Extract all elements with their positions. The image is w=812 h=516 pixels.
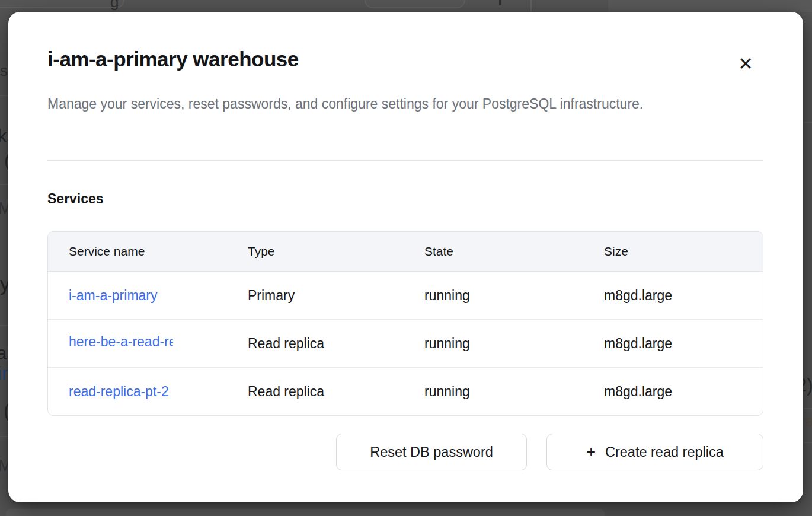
service-type-cell: Read replica <box>248 384 424 400</box>
services-section-heading: Services <box>47 191 104 207</box>
dialog-actions: Reset DB password + Create read replica <box>336 434 763 470</box>
service-type-cell: Read replica <box>248 336 424 352</box>
service-name-link[interactable]: i-am-a-primary <box>69 288 158 303</box>
column-header-state: State <box>424 244 604 259</box>
services-table: Service name Type State Size i-am-a-prim… <box>47 231 763 416</box>
service-size-cell: m8gd.large <box>604 336 763 352</box>
background-divider <box>0 436 8 437</box>
table-row: i-am-a-primary Primary running m8gd.larg… <box>48 272 763 319</box>
background-divider <box>0 95 8 96</box>
column-header-service-name: Service name <box>48 244 248 259</box>
table-header-row: Service name Type State Size <box>48 232 763 272</box>
close-button[interactable]: ✕ <box>731 49 760 78</box>
plus-icon: + <box>586 444 596 460</box>
background-card-edge <box>6 509 605 516</box>
background-tick <box>499 0 501 5</box>
dialog-description: Manage your services, reset passwords, a… <box>47 91 720 116</box>
column-header-type: Type <box>248 244 424 259</box>
service-state-cell: running <box>424 384 604 400</box>
reset-db-password-button[interactable]: Reset DB password <box>336 434 527 470</box>
create-read-replica-label: Create read replica <box>605 444 724 460</box>
table-row: here-be-a-read-re Read replica running m… <box>48 319 763 367</box>
background-divider <box>804 408 812 409</box>
background-obscured-control <box>0 0 124 8</box>
create-read-replica-button[interactable]: + Create read replica <box>546 434 763 470</box>
service-name-link[interactable]: here-be-a-read-re <box>69 334 173 350</box>
service-state-cell: running <box>424 336 604 352</box>
service-name-link[interactable]: read-replica-pt-2 <box>69 384 169 399</box>
close-icon: ✕ <box>738 53 753 74</box>
services-dialog: i-am-a-primary warehouse ✕ Manage your s… <box>8 12 803 502</box>
background-divider <box>804 122 812 123</box>
background-text-fragment: g <box>110 0 119 9</box>
background-divider <box>0 325 8 326</box>
background-vertical-divider <box>530 0 532 12</box>
background-text-fragment: ir <box>0 364 8 383</box>
table-row: read-replica-pt-2 Read replica running m… <box>48 367 763 415</box>
dialog-title: i-am-a-primary warehouse <box>47 47 299 71</box>
background-obscured-control <box>365 0 465 8</box>
background-divider <box>0 184 8 185</box>
service-type-cell: Primary <box>248 288 424 304</box>
background-light-region <box>608 0 812 12</box>
service-size-cell: m8gd.large <box>604 384 763 400</box>
service-state-cell: running <box>424 288 604 304</box>
column-header-size: Size <box>604 244 763 259</box>
background-divider <box>804 442 812 443</box>
reset-db-password-label: Reset DB password <box>370 444 493 460</box>
divider <box>47 160 763 161</box>
service-size-cell: m8gd.large <box>604 288 763 304</box>
